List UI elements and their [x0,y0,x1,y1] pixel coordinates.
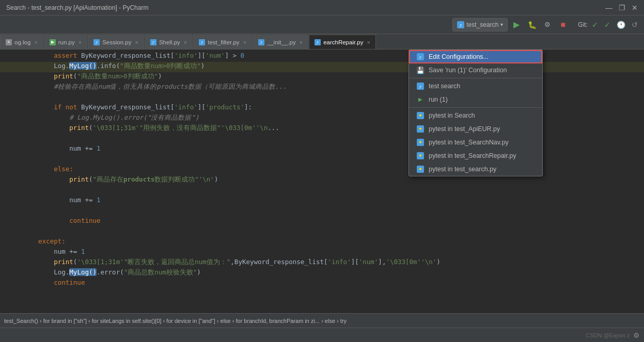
py-icon-searchrepair: y [315,39,321,45]
test-search-icon: y [416,82,425,90]
tab-run[interactable]: ▶ run.py × [44,35,87,49]
py-icon-testfilter: y [199,39,205,45]
tab-testfilter-label: test_filter.py [208,39,239,45]
save-run-label: Save 'run (1)' Configuration [429,67,507,74]
tab-session-label: Session.py [102,39,131,45]
stop-button[interactable]: ■ [556,18,570,31]
menu-item-run1[interactable]: ▶ run (1) [409,93,542,106]
py-icon-shell: y [150,39,156,45]
watermark: CSDN @Eayon z [586,332,630,338]
menu-item-pytest-search[interactable]: ✦ pytest in Search [409,109,542,122]
tab-log-label: og.log [14,39,30,45]
tab-shell-label: Shell.py [159,39,180,45]
menu-divider-2 [409,107,542,108]
run-config-dropdown[interactable]: y test_search ▾ [452,18,508,31]
status-bar: test_Search() › for brand in ["sh"] › fo… [0,313,644,328]
run-config-menu: y Edit Configurations... 💾 Save 'run (1)… [409,50,543,176]
pytest-testsearch-icon: ✦ [416,165,425,173]
tab-testfilter-close[interactable]: × [243,39,246,45]
code-line: num += 1 [0,196,644,206]
pytest-searchrepair-label: pytest in test_SearchRepair.py [429,152,516,159]
code-line: assert ByKeyword_response_list['info']['… [0,52,644,62]
maximize-btn[interactable]: ❐ [619,4,625,12]
minimize-btn[interactable]: — [605,4,612,12]
menu-item-pytest-searchrepair[interactable]: ✦ pytest in test_SearchRepair.py [409,149,542,162]
main-content: assert ByKeyword_response_list['info']['… [0,50,644,313]
run-config-label: test_search [466,21,498,28]
tab-session[interactable]: y Session.py × [88,35,144,49]
code-line [0,134,644,144]
code-line [0,186,644,196]
breadcrumb: test_Search() › for brand in ["sh"] › fo… [4,318,347,324]
tab-run-close[interactable]: × [78,39,82,45]
pytest-searchnav-label: pytest in test_SearchNav.py [429,139,509,146]
tab-shell-close[interactable]: × [184,39,187,45]
tab-run-label: run.py [58,39,75,45]
git-checkmark1[interactable]: ✓ [590,20,600,30]
code-line: #校验存在商品num值，但无具体的products数据（可能原因为商城商品数..… [0,83,644,93]
menu-item-pytest-searchnav[interactable]: ✦ pytest in test_SearchNav.py [409,136,542,149]
save-icon: 💾 [416,66,425,74]
run1-label: run (1) [429,96,448,103]
tab-searchrepair[interactable]: y earchRepair.py × [309,35,376,49]
git-history[interactable]: 🕐 [615,20,627,30]
menu-item-pytest-testsearch[interactable]: ✦ pytest in test_search.py [409,162,542,176]
settings-icon[interactable]: ⚙ [634,330,639,340]
git-section: Git: ✓ ✓ 🕐 ↺ [578,20,640,30]
tab-testfilter[interactable]: y test_filter.py × [193,35,252,49]
pytest-searchnav-icon: ✦ [416,138,425,146]
git-checkmark2[interactable]: ✓ [602,20,612,30]
tab-shell[interactable]: y Shell.py × [145,35,193,49]
run-icon: ▶ [50,39,56,45]
pytest-apieur-label: pytest in test_ApiEUR.py [429,125,500,133]
python-icon: y [457,21,464,28]
code-line [0,93,644,103]
tab-searchrepair-close[interactable]: × [367,39,370,45]
tab-init-label: __init__.py [267,39,296,45]
coverage-button[interactable]: ⚙ [541,18,554,31]
window-title: Search - test_search.py [ApiAutomation] … [6,4,148,11]
pytest-search-icon: ✦ [416,111,425,120]
code-line-highlighted: Log.MyLog().info("商品数量num>0判断成功") [0,62,644,72]
run-button[interactable]: ▶ [510,18,523,31]
run1-icon: ▶ [416,95,425,104]
menu-divider-1 [409,78,542,78]
code-line [0,155,644,165]
code-editor[interactable]: assert ByKeyword_response_list['info']['… [0,50,644,313]
menu-item-save-run[interactable]: 💾 Save 'run (1)' Configuration [409,63,542,77]
menu-item-test-search[interactable]: y test search [409,79,542,93]
pytest-testsearch-label: pytest in test_search.py [429,166,496,173]
code-line: print("商品数量num>0判断成功") [0,72,644,83]
code-line: # Log.MyLog().error("没有商品数据") [0,113,644,124]
tab-session-close[interactable]: × [135,39,138,45]
menu-item-pytest-apieur[interactable]: ✦ pytest in test_ApiEUR.py [409,122,542,136]
code-line: else: [0,165,644,175]
close-btn[interactable]: ✕ [632,4,638,12]
log-icon: ≡ [6,39,12,45]
git-label: Git: [578,21,588,28]
code-line: num += 1 [0,144,644,155]
code-line [0,206,644,217]
pytest-search-label: pytest in Search [429,112,475,119]
test-search-label: test search [429,83,460,90]
debug-button[interactable]: 🐛 [525,18,539,31]
menu-item-edit-configurations[interactable]: y Edit Configurations... [409,50,542,63]
window-controls: — ❐ ✕ [605,4,638,12]
pytest-searchrepair-icon: ✦ [416,152,425,160]
code-line: except: [0,237,644,248]
tab-log[interactable]: ≡ og.log × [0,35,43,49]
title-bar: Search - test_search.py [ApiAutomation] … [0,0,644,15]
edit-config-label: Edit Configurations... [429,53,489,60]
code-line [0,227,644,237]
code-line: print('\033[1;31m'"断言失败，返回商品总num值为：",ByK… [0,258,644,268]
tab-init-close[interactable]: × [300,39,303,45]
code-line: if not ByKeyword_response_list['info']['… [0,103,644,113]
tab-init[interactable]: y __init__.py × [253,35,308,49]
tabs-bar: ≡ og.log × ▶ run.py × y Session.py × y S… [0,34,644,50]
code-line: num += 1 [0,248,644,258]
git-revert[interactable]: ↺ [630,20,640,30]
code-line: continue [0,217,644,227]
tab-log-close[interactable]: × [34,39,37,45]
code-line: print('\033[1;31m'"用例失败，没有商品数据"'\033[0m'… [0,124,644,134]
py-icon-init: y [258,39,264,45]
